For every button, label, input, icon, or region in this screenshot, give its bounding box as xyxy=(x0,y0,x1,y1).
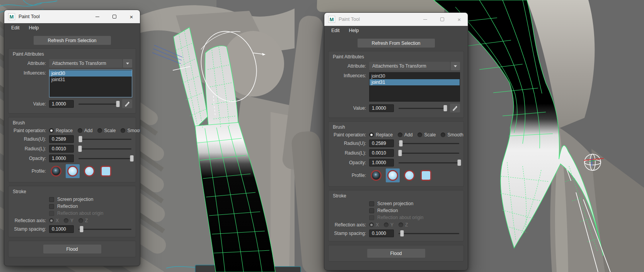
attribute-dropdown[interactable]: Attachments To Transform xyxy=(369,62,450,70)
radio-icon xyxy=(417,133,422,137)
menu-edit[interactable]: Edit xyxy=(331,28,340,33)
radio-add[interactable]: Add xyxy=(78,128,92,133)
titlebar[interactable]: M Paint Tool × xyxy=(324,13,468,26)
flood-section: Flood xyxy=(328,245,464,262)
radius-l-slider[interactable] xyxy=(398,150,460,156)
reflection-checkbox-row[interactable]: Reflection xyxy=(369,208,460,213)
value-input[interactable]: 1.0000 xyxy=(49,100,74,108)
radio-icon xyxy=(398,133,402,137)
menu-help[interactable]: Help xyxy=(29,25,39,31)
stamp-spacing-slider[interactable] xyxy=(78,226,132,232)
influence-item-joint31[interactable]: joint31 xyxy=(370,79,460,85)
influence-item-joint30[interactable]: joint30 xyxy=(49,70,132,76)
opacity-label: Opacity: xyxy=(332,160,366,165)
radio-replace[interactable]: Replace xyxy=(369,132,393,138)
screen-projection-checkbox-row[interactable]: Screen projection xyxy=(369,201,460,206)
attribute-dropdown[interactable]: Attachments To Transform xyxy=(49,59,122,68)
attribute-value: Attachments To Transform xyxy=(52,61,106,66)
maximize-icon xyxy=(440,17,444,21)
attribute-label: Attribute: xyxy=(332,63,366,69)
refresh-from-selection-button[interactable]: Refresh From Selection xyxy=(358,39,435,48)
profile-square-button[interactable] xyxy=(419,168,433,182)
influences-list[interactable]: joint30 joint31 xyxy=(49,70,132,97)
paint-tool-window-right: M Paint Tool × Edit Help Refresh From Se… xyxy=(324,12,468,270)
close-button[interactable]: × xyxy=(451,13,468,26)
stamp-spacing-input[interactable]: 0.1000 xyxy=(369,230,394,237)
radio-replace[interactable]: Replace xyxy=(49,128,73,133)
menu-help[interactable]: Help xyxy=(349,28,359,33)
attribute-value: Attachments To Transform xyxy=(372,63,426,69)
radio-scale[interactable]: Scale xyxy=(97,128,116,133)
influences-label: Influences: xyxy=(332,73,366,78)
opacity-input[interactable]: 1.0000 xyxy=(369,159,394,167)
attribute-label: Attribute: xyxy=(12,61,46,66)
flood-button[interactable]: Flood xyxy=(367,249,425,258)
radio-icon xyxy=(369,133,374,137)
radio-add[interactable]: Add xyxy=(398,132,412,138)
opacity-input[interactable]: 1.0000 xyxy=(49,155,74,162)
radio-icon xyxy=(121,128,125,133)
minimize-button[interactable] xyxy=(417,13,434,26)
opacity-slider[interactable] xyxy=(398,160,460,166)
reflection-about-origin-checkbox-row: Reflection about origin xyxy=(49,211,132,216)
profile-soft-button[interactable] xyxy=(66,164,80,178)
radius-u-slider[interactable] xyxy=(398,140,460,146)
profile-square-button[interactable] xyxy=(99,164,113,178)
titlebar[interactable]: M Paint Tool × xyxy=(4,10,140,23)
eyedropper-button[interactable] xyxy=(450,104,460,112)
value-slider[interactable] xyxy=(78,101,119,107)
checkbox-icon[interactable] xyxy=(49,197,54,202)
stamp-spacing-slider[interactable] xyxy=(398,230,460,236)
radius-u-input[interactable]: 0.2589 xyxy=(49,135,74,143)
profile-label: Profile: xyxy=(12,168,46,174)
radio-icon xyxy=(49,218,54,223)
radio-axis-z: Z xyxy=(78,218,88,223)
maya-logo-icon: M xyxy=(328,16,335,23)
minimize-button[interactable] xyxy=(89,10,106,23)
radius-l-input[interactable]: 0.0010 xyxy=(369,149,394,157)
paint-attributes-section: Paint Attributes Attribute: Attachments … xyxy=(8,48,136,114)
radio-scale[interactable]: Scale xyxy=(417,132,436,138)
screen-projection-checkbox-row[interactable]: Screen projection xyxy=(49,197,132,202)
checkbox-icon[interactable] xyxy=(369,208,374,213)
value-input[interactable]: 1.0000 xyxy=(369,104,394,112)
refresh-from-selection-button[interactable]: Refresh From Selection xyxy=(34,36,111,45)
chevron-down-icon xyxy=(126,63,129,66)
influence-item-joint31[interactable]: joint31 xyxy=(49,76,132,83)
eyedropper-button[interactable] xyxy=(122,99,132,108)
radio-icon xyxy=(384,223,388,227)
profile-solid-button[interactable] xyxy=(402,168,416,182)
menu-edit[interactable]: Edit xyxy=(11,25,20,31)
radio-icon xyxy=(441,133,445,137)
opacity-slider[interactable] xyxy=(78,155,132,162)
maximize-button[interactable] xyxy=(106,10,123,23)
radius-l-input[interactable]: 0.0010 xyxy=(49,145,74,153)
chevron-down-icon xyxy=(454,65,457,69)
profile-gaussian-button[interactable] xyxy=(49,164,63,178)
maximize-button[interactable] xyxy=(434,13,451,26)
influence-item-joint30[interactable]: joint30 xyxy=(370,73,460,79)
close-button[interactable]: × xyxy=(123,10,140,23)
checkbox-icon[interactable] xyxy=(369,201,374,206)
radio-icon xyxy=(78,128,82,133)
checkbox-icon[interactable] xyxy=(49,204,54,209)
profile-label: Profile: xyxy=(332,173,366,178)
profile-solid-button[interactable] xyxy=(82,164,96,178)
radio-smooth[interactable]: Smooth xyxy=(121,128,140,133)
reflection-axis-label: Reflection axis: xyxy=(332,222,366,228)
radius-l-slider[interactable] xyxy=(78,146,132,152)
menubar: Edit Help xyxy=(324,26,468,35)
profile-soft-button[interactable] xyxy=(386,168,400,182)
influences-list[interactable]: joint30 joint31 xyxy=(369,72,460,102)
paint-operation-label: Paint operation: xyxy=(12,128,46,133)
radio-smooth[interactable]: Smooth xyxy=(441,132,463,138)
radius-u-input[interactable]: 0.2589 xyxy=(369,139,394,147)
value-slider[interactable] xyxy=(398,105,447,111)
radius-u-slider[interactable] xyxy=(78,136,132,142)
attribute-dropdown-arrow-button[interactable] xyxy=(123,59,132,68)
attribute-dropdown-arrow-button[interactable] xyxy=(451,62,460,70)
profile-gaussian-button[interactable] xyxy=(369,168,383,182)
reflection-checkbox-row[interactable]: Reflection xyxy=(49,204,132,209)
flood-button[interactable]: Flood xyxy=(43,245,101,253)
stamp-spacing-input[interactable]: 0.1000 xyxy=(49,225,74,233)
